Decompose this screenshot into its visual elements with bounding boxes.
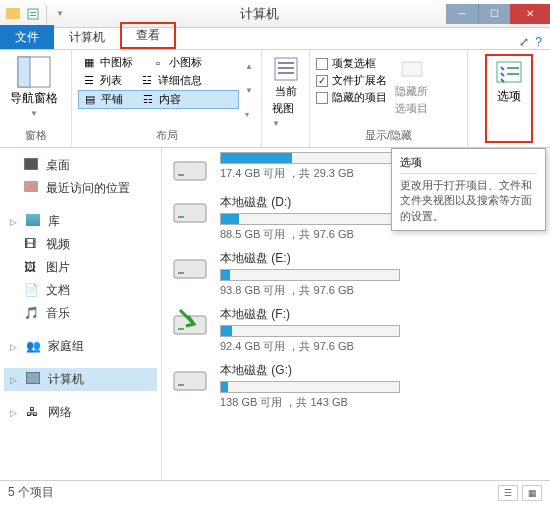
svg-rect-2 [30,15,36,16]
svg-rect-18 [178,272,184,274]
drive-space-info: 138 GB 可用 ，共 143 GB [220,395,542,410]
svg-rect-12 [507,73,519,75]
check-item-checkboxes[interactable]: 项复选框 [316,56,387,71]
ribbon-group-showhide-label: 显示/隐藏 [316,126,461,143]
svg-rect-4 [18,57,30,87]
svg-rect-11 [507,67,519,69]
tooltip-description: 更改用于打开项目、文件和文件夹视图以及搜索等方面的设置。 [400,178,537,224]
drive-name: 本地磁盘 (F:) [220,306,542,323]
svg-rect-0 [28,9,38,19]
ribbon-group-pane-label: 窗格 [6,126,65,143]
drive-space-info: 93.8 GB 可用 ，共 97.6 GB [220,283,542,298]
svg-rect-22 [178,384,184,386]
svg-rect-7 [278,67,294,69]
svg-rect-20 [178,328,184,330]
layout-scroll[interactable]: ▲▼▾ [243,54,255,126]
help-icon[interactable]: ? [535,35,542,49]
main-area: 桌面 最近访问的位置 ▷库 🎞视频 🖼图片 📄文档 🎵音乐 ▷👥家庭组 ▷计算机… [0,148,550,480]
layout-medium-icons[interactable]: ▦中图标▫小图标 [78,54,239,71]
minimize-button[interactable]: ─ [446,4,478,24]
close-button[interactable]: ✕ [510,4,550,24]
sidebar-item-videos[interactable]: 🎞视频 [4,233,157,256]
options-tooltip: 选项 更改用于打开项目、文件和文件夹视图以及搜索等方面的设置。 [391,148,546,231]
svg-rect-6 [278,62,294,64]
layout-list[interactable]: ☰列表☳详细信息 [78,72,239,89]
svg-rect-14 [178,174,184,176]
status-item-count: 5 个项目 [8,484,54,501]
hide-selected-button[interactable]: 隐藏所 选项目 [391,54,432,126]
tab-view[interactable]: 查看 [120,22,176,49]
navigation-sidebar: 桌面 最近访问的位置 ▷库 🎞视频 🖼图片 📄文档 🎵音乐 ▷👥家庭组 ▷计算机… [0,148,162,480]
quick-access-toolbar: ▼ [0,5,73,23]
tooltip-title: 选项 [400,155,537,174]
check-file-extensions[interactable]: 文件扩展名 [316,73,387,88]
svg-rect-17 [174,260,206,278]
drive-usage-bar [220,381,400,393]
svg-rect-9 [402,62,422,76]
ribbon-group-layout: ▦中图标▫小图标 ☰列表☳详细信息 ▤平铺☶内容 ▲▼▾ 布局 [72,50,262,147]
drive-item[interactable]: 本地磁盘 (E:)93.8 GB 可用 ，共 97.6 GB [170,250,542,298]
drive-icon [170,194,210,228]
app-icon[interactable] [4,5,22,23]
check-hidden-items[interactable]: 隐藏的项目 [316,90,387,105]
svg-rect-13 [174,162,206,180]
content-pane: 17.4 GB 可用 ，共 29.3 GB本地磁盘 (D:)88.5 GB 可用… [162,148,550,480]
view-details-toggle[interactable]: ☰ [498,485,518,501]
drive-space-info: 92.4 GB 可用 ，共 97.6 GB [220,339,542,354]
drive-usage-bar [220,213,400,225]
drive-usage-bar [220,152,400,164]
chevron-down-icon: ▼ [272,119,280,128]
drive-usage-bar [220,269,400,281]
sidebar-item-desktop[interactable]: 桌面 [4,154,157,177]
svg-rect-15 [174,204,206,222]
tab-file[interactable]: 文件 [0,25,54,49]
drive-icon [170,152,210,186]
sidebar-item-pictures[interactable]: 🖼图片 [4,256,157,279]
svg-rect-10 [497,62,521,82]
svg-rect-16 [178,216,184,218]
drive-icon [170,250,210,284]
drive-name: 本地磁盘 (E:) [220,250,542,267]
svg-rect-8 [278,72,294,74]
sidebar-item-music[interactable]: 🎵音乐 [4,302,157,325]
svg-rect-1 [30,12,36,13]
chevron-down-icon: ▼ [30,109,38,118]
view-tiles-toggle[interactable]: ▦ [522,485,542,501]
layout-tiles[interactable]: ▤平铺☶内容 [78,90,239,109]
drive-icon [170,306,210,340]
svg-rect-21 [174,372,206,390]
tab-computer[interactable]: 计算机 [54,25,120,49]
ribbon-group-currentview: 当前 视图 ▼ [262,50,310,147]
options-button[interactable]: 选项 [485,54,533,143]
drive-usage-bar [220,325,400,337]
ribbon-group-options: 选项 [468,50,550,147]
ribbon: 导航窗格 ▼ 窗格 ▦中图标▫小图标 ☰列表☳详细信息 ▤平铺☶内容 ▲▼▾ 布… [0,50,550,148]
ribbon-group-showhide: 项复选框 文件扩展名 隐藏的项目 隐藏所 选项目 显示/隐藏 [310,50,468,147]
title-bar: ▼ 计算机 ─ ☐ ✕ [0,0,550,28]
status-bar: 5 个项目 ☰ ▦ [0,480,550,504]
qat-dropdown-icon[interactable]: ▼ [51,5,69,23]
options-label: 选项 [497,88,521,105]
drive-icon [170,362,210,396]
sidebar-item-documents[interactable]: 📄文档 [4,279,157,302]
sidebar-item-libraries[interactable]: ▷库 [4,210,157,233]
ribbon-tabs: 文件 计算机 查看 ⤢ ? [0,28,550,50]
sidebar-item-computer[interactable]: ▷计算机 [4,368,157,391]
window-controls: ─ ☐ ✕ [446,4,550,24]
drive-name: 本地磁盘 (G:) [220,362,542,379]
current-view-button[interactable]: 当前 视图 ▼ [268,54,303,143]
maximize-button[interactable]: ☐ [478,4,510,24]
window-title: 计算机 [73,5,446,23]
sidebar-item-recent[interactable]: 最近访问的位置 [4,177,157,200]
ribbon-minimize-icon[interactable]: ⤢ [519,35,529,49]
drive-item[interactable]: 本地磁盘 (G:)138 GB 可用 ，共 143 GB [170,362,542,410]
ribbon-group-pane: 导航窗格 ▼ 窗格 [0,50,72,147]
sidebar-item-network[interactable]: ▷🖧网络 [4,401,157,424]
qat-properties-icon[interactable] [24,5,42,23]
sidebar-item-homegroup[interactable]: ▷👥家庭组 [4,335,157,358]
ribbon-group-layout-label: 布局 [78,126,255,143]
navigation-pane-label: 导航窗格 [10,90,58,107]
drive-item[interactable]: 本地磁盘 (F:)92.4 GB 可用 ，共 97.6 GB [170,306,542,354]
navigation-pane-button[interactable]: 导航窗格 ▼ [6,54,62,126]
